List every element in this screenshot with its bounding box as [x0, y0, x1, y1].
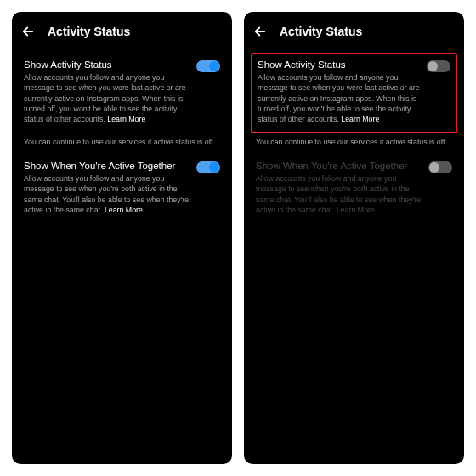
header: Activity Status: [244, 12, 464, 48]
page-title: Activity Status: [280, 25, 362, 38]
status-note: You can continue to use our services if …: [24, 133, 220, 154]
setting-description: Allow accounts you follow and anyone you…: [256, 173, 422, 215]
section-activity-status: Show Activity Status Allow accounts you …: [251, 53, 457, 133]
toggle-activity-status[interactable]: [196, 60, 220, 72]
status-note: You can continue to use our services if …: [256, 133, 452, 154]
toggle-active-together: [428, 162, 452, 173]
setting-title: Show Activity Status: [24, 60, 190, 70]
content: Show Activity Status Allow accounts you …: [12, 48, 232, 224]
setting-description: Allow accounts you follow and anyone you…: [24, 72, 190, 125]
setting-description: Allow accounts you follow and anyone you…: [24, 173, 190, 215]
learn-more-link[interactable]: Learn More: [105, 206, 143, 214]
phone-screen-left: Activity Status Show Activity Status All…: [12, 12, 232, 464]
content: Show Activity Status Allow accounts you …: [244, 48, 464, 224]
section-activity-status: Show Activity Status Allow accounts you …: [24, 53, 220, 133]
toggle-activity-status[interactable]: [427, 60, 450, 72]
setting-title: Show When You're Active Together: [24, 161, 190, 171]
phone-screen-right: Activity Status Show Activity Status All…: [244, 12, 464, 464]
setting-title: Show When You're Active Together: [256, 161, 422, 171]
header: Activity Status: [12, 12, 232, 48]
back-arrow-icon[interactable]: [252, 24, 268, 39]
page-title: Activity Status: [48, 25, 130, 38]
toggle-active-together[interactable]: [196, 162, 220, 173]
learn-more-link: Learn More: [337, 206, 375, 214]
section-active-together: Show When You're Active Together Allow a…: [256, 154, 452, 224]
setting-title: Show Activity Status: [258, 60, 420, 70]
setting-description: Allow accounts you follow and anyone you…: [258, 72, 420, 125]
back-arrow-icon[interactable]: [20, 24, 36, 39]
learn-more-link[interactable]: Learn More: [107, 115, 145, 123]
learn-more-link[interactable]: Learn More: [341, 115, 379, 123]
section-active-together: Show When You're Active Together Allow a…: [24, 154, 220, 224]
